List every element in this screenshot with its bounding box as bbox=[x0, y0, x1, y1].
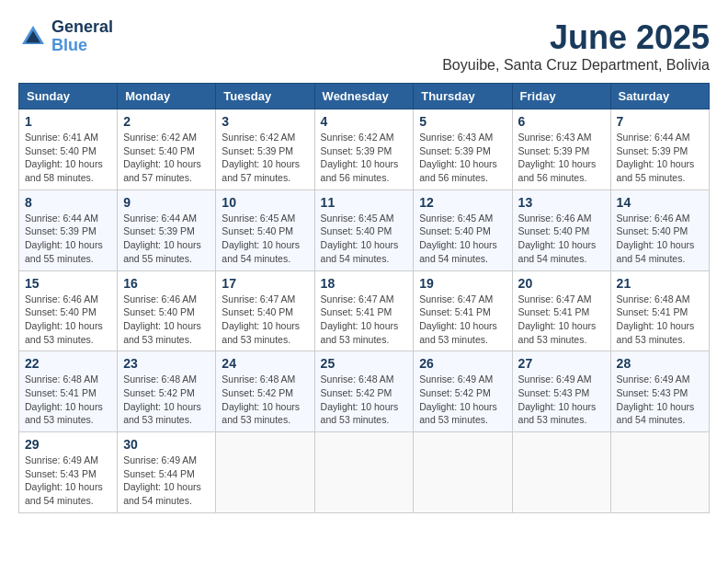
calendar-week-row: 1 Sunrise: 6:41 AM Sunset: 5:40 PM Dayli… bbox=[19, 109, 710, 190]
day-info: Sunrise: 6:47 AM Sunset: 5:41 PM Dayligh… bbox=[419, 293, 506, 347]
logo-text: GeneralGeneral Blue bbox=[51, 18, 113, 55]
calendar-cell bbox=[512, 432, 610, 513]
month-title: June 2025 bbox=[442, 18, 710, 57]
day-number: 11 bbox=[321, 195, 408, 210]
calendar-week-row: 29 Sunrise: 6:49 AM Sunset: 5:43 PM Dayl… bbox=[19, 432, 710, 513]
day-number: 13 bbox=[518, 195, 605, 210]
day-info: Sunrise: 6:49 AM Sunset: 5:43 PM Dayligh… bbox=[617, 373, 703, 427]
day-info: Sunrise: 6:48 AM Sunset: 5:41 PM Dayligh… bbox=[617, 293, 703, 347]
calendar-cell: 28 Sunrise: 6:49 AM Sunset: 5:43 PM Dayl… bbox=[610, 351, 709, 432]
day-number: 29 bbox=[25, 437, 111, 452]
day-number: 12 bbox=[419, 195, 506, 210]
calendar-cell: 3 Sunrise: 6:42 AM Sunset: 5:39 PM Dayli… bbox=[216, 109, 314, 190]
calendar-cell: 17 Sunrise: 6:47 AM Sunset: 5:40 PM Dayl… bbox=[216, 270, 314, 351]
day-number: 2 bbox=[123, 114, 210, 129]
day-info: Sunrise: 6:44 AM Sunset: 5:39 PM Dayligh… bbox=[25, 212, 111, 266]
calendar-cell: 22 Sunrise: 6:48 AM Sunset: 5:41 PM Dayl… bbox=[19, 351, 118, 432]
day-number: 4 bbox=[321, 114, 408, 129]
title-section: June 2025 Boyuibe, Santa Cruz Department… bbox=[442, 18, 710, 74]
day-info: Sunrise: 6:49 AM Sunset: 5:44 PM Dayligh… bbox=[123, 454, 210, 508]
calendar-cell: 11 Sunrise: 6:45 AM Sunset: 5:40 PM Dayl… bbox=[314, 190, 414, 270]
day-info: Sunrise: 6:45 AM Sunset: 5:40 PM Dayligh… bbox=[419, 212, 506, 266]
calendar-header-row: SundayMondayTuesdayWednesdayThursdayFrid… bbox=[19, 84, 710, 109]
day-number: 15 bbox=[25, 276, 111, 291]
calendar-cell: 6 Sunrise: 6:43 AM Sunset: 5:39 PM Dayli… bbox=[512, 109, 610, 190]
day-number: 3 bbox=[222, 114, 308, 129]
day-info: Sunrise: 6:46 AM Sunset: 5:40 PM Dayligh… bbox=[123, 293, 210, 347]
day-info: Sunrise: 6:47 AM Sunset: 5:41 PM Dayligh… bbox=[321, 293, 408, 347]
day-info: Sunrise: 6:45 AM Sunset: 5:40 PM Dayligh… bbox=[222, 212, 308, 266]
calendar-cell: 20 Sunrise: 6:47 AM Sunset: 5:41 PM Dayl… bbox=[512, 270, 610, 351]
day-info: Sunrise: 6:43 AM Sunset: 5:39 PM Dayligh… bbox=[419, 131, 506, 185]
header-saturday: Saturday bbox=[610, 84, 709, 109]
day-number: 25 bbox=[321, 356, 408, 371]
day-info: Sunrise: 6:44 AM Sunset: 5:39 PM Dayligh… bbox=[123, 212, 210, 266]
calendar-cell: 26 Sunrise: 6:49 AM Sunset: 5:42 PM Dayl… bbox=[414, 351, 512, 432]
header-thursday: Thursday bbox=[414, 84, 512, 109]
day-info: Sunrise: 6:48 AM Sunset: 5:42 PM Dayligh… bbox=[321, 373, 408, 427]
calendar-cell: 16 Sunrise: 6:46 AM Sunset: 5:40 PM Dayl… bbox=[118, 270, 216, 351]
day-number: 16 bbox=[123, 276, 210, 291]
calendar-cell: 1 Sunrise: 6:41 AM Sunset: 5:40 PM Dayli… bbox=[19, 109, 118, 190]
day-info: Sunrise: 6:46 AM Sunset: 5:40 PM Dayligh… bbox=[518, 212, 605, 266]
page-header: GeneralGeneral Blue June 2025 Boyuibe, S… bbox=[18, 18, 710, 74]
day-number: 23 bbox=[123, 356, 210, 371]
header-sunday: Sunday bbox=[19, 84, 118, 109]
day-number: 7 bbox=[617, 114, 703, 129]
day-info: Sunrise: 6:41 AM Sunset: 5:40 PM Dayligh… bbox=[25, 131, 111, 185]
calendar-week-row: 15 Sunrise: 6:46 AM Sunset: 5:40 PM Dayl… bbox=[19, 270, 710, 351]
day-number: 1 bbox=[25, 114, 111, 129]
day-number: 14 bbox=[617, 195, 703, 210]
calendar-cell: 29 Sunrise: 6:49 AM Sunset: 5:43 PM Dayl… bbox=[19, 432, 118, 513]
calendar-cell: 24 Sunrise: 6:48 AM Sunset: 5:42 PM Dayl… bbox=[216, 351, 314, 432]
header-wednesday: Wednesday bbox=[314, 84, 414, 109]
day-number: 10 bbox=[222, 195, 308, 210]
day-number: 26 bbox=[419, 356, 506, 371]
day-number: 18 bbox=[321, 276, 408, 291]
calendar-cell: 30 Sunrise: 6:49 AM Sunset: 5:44 PM Dayl… bbox=[118, 432, 216, 513]
calendar-cell bbox=[414, 432, 512, 513]
day-number: 5 bbox=[419, 114, 506, 129]
day-number: 22 bbox=[25, 356, 111, 371]
day-info: Sunrise: 6:47 AM Sunset: 5:40 PM Dayligh… bbox=[222, 293, 308, 347]
calendar-cell bbox=[314, 432, 414, 513]
calendar-cell: 8 Sunrise: 6:44 AM Sunset: 5:39 PM Dayli… bbox=[19, 190, 118, 270]
day-number: 30 bbox=[123, 437, 210, 452]
day-number: 9 bbox=[123, 195, 210, 210]
calendar-cell: 13 Sunrise: 6:46 AM Sunset: 5:40 PM Dayl… bbox=[512, 190, 610, 270]
day-number: 28 bbox=[617, 356, 703, 371]
calendar-cell: 18 Sunrise: 6:47 AM Sunset: 5:41 PM Dayl… bbox=[314, 270, 414, 351]
calendar-cell: 15 Sunrise: 6:46 AM Sunset: 5:40 PM Dayl… bbox=[19, 270, 118, 351]
day-number: 6 bbox=[518, 114, 605, 129]
day-number: 19 bbox=[419, 276, 506, 291]
day-number: 8 bbox=[25, 195, 111, 210]
calendar-cell: 4 Sunrise: 6:42 AM Sunset: 5:39 PM Dayli… bbox=[314, 109, 414, 190]
calendar-cell: 19 Sunrise: 6:47 AM Sunset: 5:41 PM Dayl… bbox=[414, 270, 512, 351]
header-tuesday: Tuesday bbox=[216, 84, 314, 109]
day-info: Sunrise: 6:48 AM Sunset: 5:42 PM Dayligh… bbox=[222, 373, 308, 427]
calendar-cell: 23 Sunrise: 6:48 AM Sunset: 5:42 PM Dayl… bbox=[118, 351, 216, 432]
calendar-week-row: 8 Sunrise: 6:44 AM Sunset: 5:39 PM Dayli… bbox=[19, 190, 710, 270]
logo: GeneralGeneral Blue bbox=[18, 18, 113, 55]
day-info: Sunrise: 6:46 AM Sunset: 5:40 PM Dayligh… bbox=[25, 293, 111, 347]
header-monday: Monday bbox=[118, 84, 216, 109]
calendar-table: SundayMondayTuesdayWednesdayThursdayFrid… bbox=[18, 83, 710, 513]
day-number: 21 bbox=[617, 276, 703, 291]
day-number: 17 bbox=[222, 276, 308, 291]
calendar-cell: 10 Sunrise: 6:45 AM Sunset: 5:40 PM Dayl… bbox=[216, 190, 314, 270]
day-info: Sunrise: 6:46 AM Sunset: 5:40 PM Dayligh… bbox=[617, 212, 703, 266]
header-friday: Friday bbox=[512, 84, 610, 109]
logo-icon bbox=[18, 22, 48, 52]
day-info: Sunrise: 6:47 AM Sunset: 5:41 PM Dayligh… bbox=[518, 293, 605, 347]
day-info: Sunrise: 6:42 AM Sunset: 5:39 PM Dayligh… bbox=[222, 131, 308, 185]
calendar-cell: 7 Sunrise: 6:44 AM Sunset: 5:39 PM Dayli… bbox=[610, 109, 709, 190]
calendar-cell: 2 Sunrise: 6:42 AM Sunset: 5:40 PM Dayli… bbox=[118, 109, 216, 190]
calendar-cell: 21 Sunrise: 6:48 AM Sunset: 5:41 PM Dayl… bbox=[610, 270, 709, 351]
calendar-cell bbox=[216, 432, 314, 513]
day-number: 20 bbox=[518, 276, 605, 291]
day-info: Sunrise: 6:49 AM Sunset: 5:43 PM Dayligh… bbox=[25, 454, 111, 508]
day-info: Sunrise: 6:42 AM Sunset: 5:39 PM Dayligh… bbox=[321, 131, 408, 185]
calendar-cell: 9 Sunrise: 6:44 AM Sunset: 5:39 PM Dayli… bbox=[118, 190, 216, 270]
calendar-cell: 14 Sunrise: 6:46 AM Sunset: 5:40 PM Dayl… bbox=[610, 190, 709, 270]
calendar-cell: 27 Sunrise: 6:49 AM Sunset: 5:43 PM Dayl… bbox=[512, 351, 610, 432]
